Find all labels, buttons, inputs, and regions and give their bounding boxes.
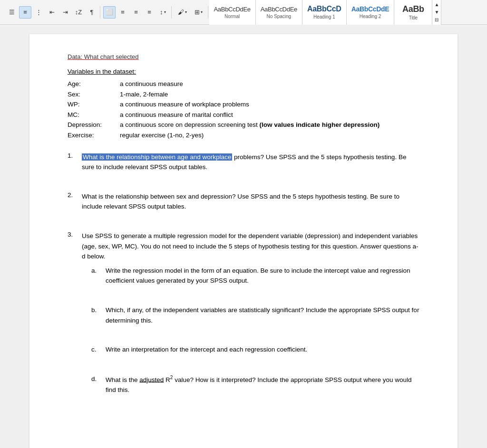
var-desc-wp: a continuous measure of workplace proble… — [120, 99, 419, 110]
var-name-sex: Sex: — [68, 89, 120, 100]
shading-section: 🖌▾ ⊞▾ — [173, 6, 208, 19]
style-heading1[interactable]: AaBbCcD Heading 1 — [302, 0, 347, 25]
q1-num: 1. — [68, 152, 82, 159]
adjusted-underline: adjusted — [139, 376, 164, 383]
style-normal-preview: AaBbCcDdEe — [214, 6, 251, 13]
sub-d-letter: d. — [91, 374, 106, 384]
sub-c-letter: c. — [91, 344, 106, 355]
q3-num: 3. — [68, 231, 82, 238]
decrease-indent-button[interactable]: ⇤ — [46, 6, 58, 19]
style-up-arrow[interactable]: ▲ — [434, 2, 439, 7]
var-name-exercise: Exercise: — [68, 130, 120, 141]
align-center-button[interactable]: ≡ — [117, 6, 129, 19]
var-row-mc: MC: a continuous measure of marital conf… — [68, 110, 419, 120]
q2-text: What is the relationship between sex and… — [82, 191, 419, 212]
q3-text: Use SPSS to generate a multiple regressi… — [82, 231, 419, 414]
question-3: 3. Use SPSS to generate a multiple regre… — [68, 231, 419, 414]
style-normal[interactable]: AaBbCcDdEe Normal — [209, 0, 256, 25]
sub-a-letter: a. — [91, 266, 106, 276]
var-name-mc: MC: — [68, 110, 120, 120]
alignment-section: ⬜ ≡ ≡ ≡ ↕▾ — [101, 6, 172, 19]
style-gallery: AaBbCcDdEe Normal AaBbCcDdEe No Spacing … — [209, 0, 442, 25]
var-row-wp: WP: a continuous measure of workplace pr… — [68, 99, 419, 110]
show-formatting-button[interactable]: ¶ — [86, 6, 98, 19]
variables-table: Age: a continuous measure Sex: 1-male, 2… — [68, 79, 419, 141]
bullets-button[interactable]: ☰ — [6, 6, 18, 19]
sub-question-c: c. Write an interpretation for the inter… — [91, 344, 419, 355]
document-page: Data: What chart selected Variables in t… — [29, 34, 458, 448]
style-down-arrow[interactable]: ▼ — [434, 10, 439, 15]
variables-heading: Variables in the dataset: — [68, 68, 419, 75]
justify-button[interactable]: ≡ — [143, 6, 156, 19]
increase-indent-button[interactable]: ⇥ — [59, 6, 71, 19]
style-no-spacing[interactable]: AaBbCcDdEe No Spacing — [256, 0, 302, 25]
var-desc-mc: a continuous measure of marital conflict — [120, 110, 419, 120]
var-name-depression: Depression: — [68, 120, 120, 130]
style-heading2-label: Heading 2 — [360, 14, 381, 19]
style-title-preview: AaBb — [402, 4, 424, 14]
sort-button[interactable]: ↕Z — [72, 6, 85, 19]
var-desc-exercise: regular exercise (1-no, 2-yes) — [120, 130, 419, 141]
sub-question-d: d. What is the adjusted R2 value? How is… — [91, 374, 419, 395]
q2-num: 2. — [68, 191, 82, 199]
align-right-button[interactable]: ≡ — [130, 6, 142, 19]
sub-c-text: Write an interpretation for the intercep… — [106, 344, 419, 355]
var-name-age: Age: — [68, 79, 120, 89]
style-title[interactable]: AaBb Title — [394, 0, 432, 25]
var-desc-age: a continuous measure — [120, 79, 419, 89]
var-desc-sex: 1-male, 2-female — [120, 89, 419, 100]
borders-button[interactable]: ⊞▾ — [191, 6, 206, 19]
question-2: 2. What is the relationship between sex … — [68, 191, 419, 212]
questions-list: 1. What is the relationship between age … — [68, 152, 419, 414]
style-title-label: Title — [409, 15, 418, 20]
style-heading1-preview: AaBbCcD — [307, 5, 341, 13]
sub-question-b: b. Which, if any, of the independent var… — [91, 305, 419, 325]
document-container: Data: What chart selected Variables in t… — [0, 25, 487, 448]
numbering-button[interactable]: ≡ — [19, 6, 31, 19]
line-spacing-button[interactable]: ↕▾ — [156, 6, 169, 19]
toolbar: ☰ ≡ ⋮ ⇤ ⇥ ↕Z ¶ ⬜ ≡ ≡ ≡ ↕▾ 🖌▾ ⊞▾ AaBbCcDd… — [0, 0, 487, 25]
sub-question-a: a. Write the regression model in the for… — [91, 266, 419, 286]
sub-d-text: What is the adjusted R2 value? How is it… — [106, 374, 419, 395]
depression-bold: (low values indicate higher depression) — [259, 121, 380, 128]
q1-text: What is the relationship between age and… — [82, 152, 419, 172]
var-row-exercise: Exercise: regular exercise (1-no, 2-yes) — [68, 130, 419, 141]
sub-b-letter: b. — [91, 305, 106, 315]
style-no-spacing-preview: AaBbCcDdEe — [261, 6, 297, 13]
q1-highlight: What is the relationship between age and… — [82, 153, 232, 161]
align-left-button[interactable]: ⬜ — [103, 6, 116, 19]
style-expand-arrow[interactable]: ⊟ — [435, 18, 438, 22]
style-no-spacing-label: No Spacing — [266, 14, 291, 19]
shading-button[interactable]: 🖌▾ — [175, 6, 190, 19]
data-note: Data: What chart selected — [68, 53, 419, 60]
style-normal-label: Normal — [224, 14, 240, 19]
sub-a-text: Write the regression model in the form o… — [106, 266, 419, 286]
sub-b-text: Which, if any, of the independent variab… — [106, 305, 419, 325]
var-row-depression: Depression: a continuous score on depres… — [68, 120, 419, 130]
style-heading2[interactable]: AaBbCcDdE Heading 2 — [347, 0, 395, 25]
question-1: 1. What is the relationship between age … — [68, 152, 419, 172]
sub-questions-list: a. Write the regression model in the for… — [91, 266, 419, 395]
style-more-arrows[interactable]: ▲ ▼ ⊟ — [432, 0, 441, 25]
style-heading2-preview: AaBbCcDdE — [351, 5, 390, 13]
multilevel-list-button[interactable]: ⋮ — [32, 6, 45, 19]
var-row-age: Age: a continuous measure — [68, 79, 419, 89]
style-heading1-label: Heading 1 — [313, 14, 335, 19]
var-row-sex: Sex: 1-male, 2-female — [68, 89, 419, 100]
var-desc-depression: a continuous score on depression screeni… — [120, 120, 419, 130]
paragraph-section: ☰ ≡ ⋮ ⇤ ⇥ ↕Z ¶ — [4, 6, 100, 19]
var-name-wp: WP: — [68, 99, 120, 110]
